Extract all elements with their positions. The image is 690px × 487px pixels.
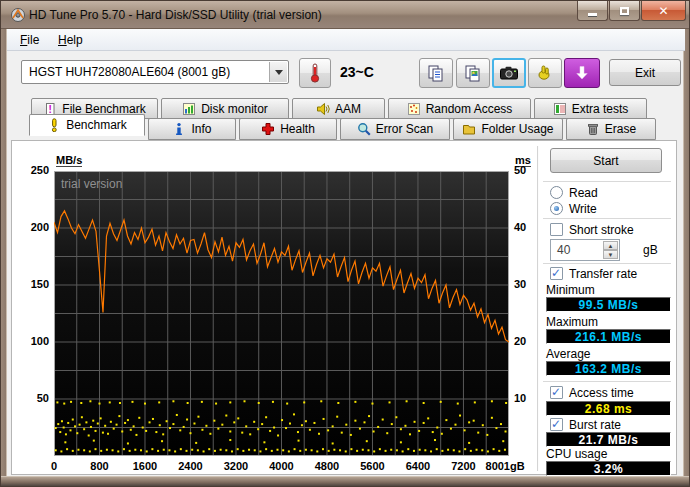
- menu-bar: File Help: [7, 29, 685, 51]
- exit-button[interactable]: Exit: [609, 59, 681, 86]
- tab-label: Health: [280, 122, 315, 136]
- average-label: Average: [546, 347, 590, 361]
- short-stroke-checkbox[interactable]: [550, 223, 563, 236]
- tab-label: AAM: [335, 102, 361, 116]
- tab-extra-tests[interactable]: Extra tests: [534, 98, 647, 119]
- burst-rate-checkbox[interactable]: [550, 418, 563, 431]
- read-radio-label[interactable]: Read: [569, 186, 598, 200]
- short-stroke-unit: gB: [643, 243, 658, 257]
- menu-file[interactable]: File: [13, 31, 46, 49]
- tab-label: Extra tests: [572, 102, 629, 116]
- maximize-icon: [620, 7, 629, 15]
- spinner-up-button[interactable]: ▲: [603, 241, 618, 250]
- access-time-checkbox[interactable]: [550, 386, 563, 399]
- tab-disk-monitor[interactable]: Disk monitor: [161, 98, 289, 119]
- panel-divider: [537, 146, 539, 471]
- copy-text-button[interactable]: [419, 58, 453, 88]
- title-bar[interactable]: HD Tune Pro 5.70 - Hard Disk/SSD Utility…: [1, 1, 690, 29]
- separator: [543, 263, 671, 265]
- exit-button-label: Exit: [635, 66, 655, 80]
- window-title: HD Tune Pro 5.70 - Hard Disk/SSD Utility…: [29, 8, 322, 22]
- short-stroke-spinner[interactable]: 40 ▲ ▼: [550, 239, 620, 261]
- maximum-value: 216.1 MB/s: [546, 329, 671, 344]
- drive-select-dropdown-button[interactable]: [269, 62, 287, 82]
- tab-aam[interactable]: AAM: [292, 98, 385, 119]
- write-radio[interactable]: [550, 202, 563, 215]
- access-time-label[interactable]: Access time: [569, 386, 634, 400]
- transfer-rate-label[interactable]: Transfer rate: [569, 267, 637, 281]
- tab-info[interactable]: Info: [148, 118, 236, 140]
- close-icon: ✕: [658, 4, 668, 18]
- tab-folder-usage[interactable]: Folder Usage: [453, 118, 563, 140]
- burst-rate-value: 21.7 MB/s: [546, 432, 671, 447]
- copy-text-icon: [427, 64, 445, 82]
- menu-help[interactable]: Help: [51, 31, 90, 49]
- average-value: 163.2 MB/s: [546, 361, 671, 376]
- separator: [543, 218, 671, 220]
- app-window: HD Tune Pro 5.70 - Hard Disk/SSD Utility…: [0, 0, 690, 487]
- spinner-down-button[interactable]: ▼: [603, 250, 618, 259]
- extra-tests-icon: [553, 102, 567, 116]
- minimize-icon: [588, 13, 597, 16]
- disk-monitor-icon: [182, 102, 196, 116]
- tab-error-scan[interactable]: Error Scan: [340, 118, 450, 140]
- folder-icon: [462, 122, 476, 136]
- tab-label: Random Access: [426, 102, 513, 116]
- trial-watermark: trial version: [61, 177, 122, 191]
- short-stroke-label[interactable]: Short stroke: [569, 223, 634, 237]
- tab-label: Error Scan: [376, 122, 433, 136]
- cpu-usage-value: 3.2%: [546, 461, 671, 476]
- maximum-label: Maximum: [546, 315, 598, 329]
- trash-icon: [586, 122, 600, 136]
- tab-label: Info: [191, 122, 211, 136]
- tab-label: Benchmark: [66, 118, 127, 132]
- exclamation-icon: [47, 118, 61, 132]
- maximize-button[interactable]: [609, 1, 640, 21]
- temperature-button[interactable]: [299, 58, 331, 88]
- tab-label: Folder Usage: [481, 122, 553, 136]
- download-button[interactable]: [564, 58, 600, 88]
- transfer-rate-checkbox[interactable]: [550, 267, 563, 280]
- copy-image-icon: [464, 64, 482, 82]
- hand-button[interactable]: [528, 58, 562, 88]
- write-radio-label[interactable]: Write: [569, 202, 597, 216]
- cpu-usage-label: CPU usage: [546, 447, 607, 461]
- app-icon: [10, 7, 26, 23]
- read-radio[interactable]: [550, 186, 563, 199]
- random-access-icon: [407, 102, 421, 116]
- window-border-right: [683, 29, 689, 478]
- tab-label: Disk monitor: [201, 102, 268, 116]
- access-time-value: 2.68 ms: [546, 401, 671, 416]
- start-button-label: Start: [593, 154, 618, 168]
- window-border-left: [1, 29, 7, 478]
- start-button[interactable]: Start: [550, 148, 662, 173]
- download-arrow-icon: [574, 65, 590, 81]
- short-stroke-value[interactable]: 40: [557, 243, 570, 257]
- separator: [543, 381, 671, 383]
- screenshot-button[interactable]: [492, 58, 526, 88]
- health-cross-icon: [261, 122, 275, 136]
- tab-erase[interactable]: Erase: [566, 118, 656, 140]
- y-left-axis-unit: MB/s: [56, 154, 82, 167]
- drive-select[interactable]: HGST HUH728080ALE604 (8001 gB): [21, 60, 289, 84]
- close-button[interactable]: ✕: [641, 1, 686, 21]
- drive-select-value: HGST HUH728080ALE604 (8001 gB): [29, 65, 230, 79]
- tab-health[interactable]: Health: [239, 118, 337, 140]
- benchmark-chart: trial version: [54, 171, 509, 456]
- temperature-value: 23~C: [340, 64, 374, 80]
- tab-label: Erase: [605, 122, 636, 136]
- burst-rate-label[interactable]: Burst rate: [569, 418, 621, 432]
- svg-text:!: !: [49, 103, 52, 114]
- thermometer-icon: [307, 62, 323, 84]
- chevron-down-icon: [275, 70, 283, 75]
- tab-benchmark[interactable]: Benchmark: [29, 114, 145, 136]
- minimize-button[interactable]: [577, 1, 608, 21]
- separator: [543, 181, 671, 183]
- window-border-bottom: [1, 476, 690, 486]
- minimum-label: Minimum: [546, 283, 595, 297]
- info-icon: [172, 122, 186, 136]
- minimum-value: 99.5 MB/s: [546, 297, 671, 312]
- tab-random-access[interactable]: Random Access: [388, 98, 531, 119]
- hand-icon: [536, 64, 554, 82]
- copy-image-button[interactable]: [456, 58, 490, 88]
